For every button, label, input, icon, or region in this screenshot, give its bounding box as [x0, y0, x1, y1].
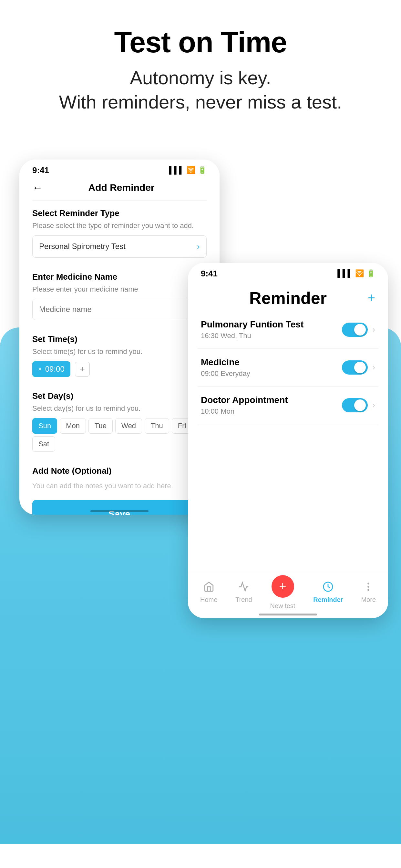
type-hint: Please select the type of reminder you w… — [32, 221, 207, 231]
home-icon — [204, 581, 214, 595]
day-chip-thu[interactable]: Thu — [145, 418, 169, 434]
signal-icon: ▌▌▌ — [169, 166, 184, 175]
reminder-item-left-2: Medicine 09:00 Everyday — [201, 357, 342, 378]
svg-point-3 — [368, 589, 369, 590]
note-hint: You can add the notes you want to add he… — [32, 478, 207, 493]
phone-reminder-list: 9:41 ▌▌▌ 🛜 🔋 + Reminder + Pulmonary Funt… — [188, 263, 388, 618]
day-chips-container: Sun Mon Tue Wed Thu Fri Sat — [32, 418, 207, 452]
reminder-name-3: Doctor Appointment — [201, 395, 342, 405]
nav-bar-left: ← Add Reminder — [32, 179, 207, 200]
reminder-toggle-3[interactable] — [342, 398, 368, 412]
back-button[interactable]: ← — [32, 182, 42, 194]
type-section: Select Reminder Type Please select the t… — [32, 200, 207, 258]
time-hint: Select time(s) for us to remind you. — [32, 347, 207, 357]
status-icons-left: ▌▌▌ 🛜 🔋 — [169, 166, 207, 175]
reminder-name-1: Pulmonary Funtion Test — [201, 319, 342, 330]
time-chip[interactable]: × 09:00 — [32, 361, 70, 377]
medicine-section: Enter Medicine Name Please enter your me… — [32, 264, 207, 327]
note-label: Add Note (Optional) — [32, 466, 207, 476]
days-label: Set Day(s) — [32, 391, 207, 401]
nav-label-reminder: Reminder — [313, 596, 343, 603]
nav-item-more[interactable]: More — [361, 581, 376, 603]
nav-item-trend[interactable]: Trend — [235, 581, 252, 603]
reminder-toggle-1[interactable] — [342, 322, 368, 337]
nav-label-more: More — [361, 596, 376, 603]
days-section: Set Day(s) Select day(s) for us to remin… — [32, 383, 207, 452]
time-chip-remove[interactable]: × — [38, 366, 42, 373]
nav-item-home[interactable]: Home — [200, 581, 217, 603]
status-icons-right: ▌▌▌ 🛜 🔋 — [337, 269, 375, 278]
save-button[interactable]: Save — [32, 500, 207, 515]
nav-label-new-test: New test — [270, 602, 296, 610]
bottom-nav: Home Trend + New test Reminder — [188, 573, 388, 618]
type-arrow-icon: › — [197, 242, 200, 252]
time-chip-value: 09:00 — [45, 365, 65, 374]
medicine-input[interactable] — [32, 299, 207, 320]
reminder-time-3: 10:00 Mon — [201, 407, 342, 415]
nav-item-reminder[interactable]: Reminder — [313, 581, 343, 603]
home-indicator-right — [259, 614, 317, 616]
add-time-button[interactable]: + — [75, 362, 90, 376]
new-test-button[interactable]: + — [272, 575, 294, 598]
wifi-icon: 🛜 — [187, 166, 195, 175]
more-icon — [363, 581, 374, 595]
trend-icon — [238, 581, 249, 595]
reminder-name-2: Medicine — [201, 357, 342, 368]
status-time-left: 9:41 — [32, 165, 49, 175]
header-section: Test on Time Autonomy is key. With remin… — [0, 0, 401, 134]
type-selected-value: Personal Spirometry Test — [39, 242, 126, 251]
wifi-icon-right: 🛜 — [355, 269, 364, 278]
status-bar-right: 9:41 ▌▌▌ 🛜 🔋 — [188, 263, 388, 282]
note-section: Add Note (Optional) You can add the note… — [32, 458, 207, 493]
svg-point-1 — [368, 583, 369, 584]
reminder-toggle-2[interactable] — [342, 361, 368, 375]
nav-title-left: Add Reminder — [49, 182, 194, 193]
status-time-right: 9:41 — [201, 269, 218, 279]
reminder-time-2: 09:00 Everyday — [201, 369, 342, 378]
day-chip-mon[interactable]: Mon — [60, 418, 86, 434]
reminder-list: Pulmonary Funtion Test 16:30 Wed, Thu › … — [188, 311, 388, 424]
type-select[interactable]: Personal Spirometry Test › — [32, 236, 207, 258]
days-hint: Select day(s) for us to remind you. — [32, 404, 207, 414]
reminder-item-right-3: › — [342, 398, 375, 412]
reminder-item-left-1: Pulmonary Funtion Test 16:30 Wed, Thu — [201, 319, 342, 340]
reminder-item-right-1: › — [342, 322, 375, 337]
type-label: Select Reminder Type — [32, 208, 207, 218]
reminder-item-right-2: › — [342, 361, 375, 375]
reminder-chevron-2: › — [372, 362, 375, 372]
add-plus-icon[interactable]: + — [368, 290, 375, 305]
reminder-item-medicine[interactable]: Medicine 09:00 Everyday › — [197, 349, 378, 386]
content-area: 9:41 ▌▌▌ 🛜 🔋 ← Add Reminder Select Remin… — [0, 134, 401, 844]
svg-point-2 — [368, 586, 369, 587]
status-bar-left: 9:41 ▌▌▌ 🛜 🔋 — [19, 159, 220, 179]
medicine-hint: Please enter your medicine name — [32, 284, 207, 294]
time-chips-container: × 09:00 + — [32, 361, 207, 377]
reminder-header: + Reminder + — [188, 282, 388, 311]
reminder-item-pulmonary[interactable]: Pulmonary Funtion Test 16:30 Wed, Thu › — [197, 311, 378, 349]
reminder-page-title: Reminder — [249, 288, 327, 308]
nav-label-trend: Trend — [235, 596, 252, 603]
day-chip-tue[interactable]: Tue — [89, 418, 113, 434]
nav-label-home: Home — [200, 596, 217, 603]
home-indicator-left — [90, 510, 149, 512]
time-label: Set Time(s) — [32, 334, 207, 344]
subtitle: Autonomy is key. With reminders, never m… — [19, 66, 382, 114]
reminder-time-1: 16:30 Wed, Thu — [201, 332, 342, 340]
nav-item-new-test[interactable]: + New test — [270, 575, 296, 610]
reminder-chevron-1: › — [372, 324, 375, 335]
battery-icon: 🔋 — [198, 166, 207, 175]
main-title: Test on Time — [19, 26, 382, 59]
day-chip-sun[interactable]: Sun — [32, 418, 57, 434]
battery-icon-right: 🔋 — [366, 269, 375, 278]
reminder-icon — [322, 581, 334, 595]
time-section: Set Time(s) Select time(s) for us to rem… — [32, 327, 207, 377]
reminder-chevron-3: › — [372, 400, 375, 410]
day-chip-wed[interactable]: Wed — [115, 418, 142, 434]
reminder-item-left-3: Doctor Appointment 10:00 Mon — [201, 395, 342, 415]
signal-icon-right: ▌▌▌ — [337, 269, 352, 278]
reminder-item-doctor[interactable]: Doctor Appointment 10:00 Mon › — [197, 386, 378, 424]
medicine-label: Enter Medicine Name — [32, 272, 207, 282]
day-chip-sat[interactable]: Sat — [32, 436, 55, 452]
